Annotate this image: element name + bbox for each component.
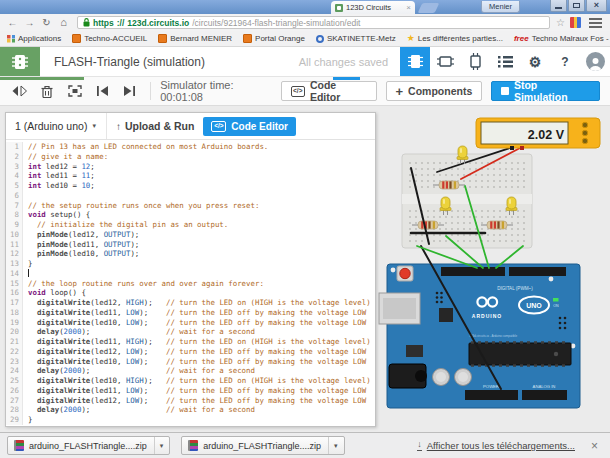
show-all-downloads-link[interactable]: ↓ Afficher tous les téléchargements... [417,440,575,451]
reload-icon[interactable]: ↻ [39,18,54,28]
downloads-bar: arduino_FLASHTriangle....zip ▾ arduino_F… [0,432,610,458]
circuit-canvas[interactable]: DIGITAL (PWM~) ARDUINO UNO ON [377,106,610,432]
schematic-icon [437,54,454,69]
browser-menu-icon[interactable] [589,18,602,28]
star-site-icon: ★ [407,34,415,43]
bookmark-techno-accueil[interactable]: Techno-ACCUEIL [72,34,147,43]
tab-close-icon[interactable]: × [406,4,411,12]
download-item-2[interactable]: arduino_FLASHTriangle....zip ▾ [181,436,344,455]
upload-and-run-button[interactable]: ↑ Upload & Run [116,120,194,132]
plus-icon: + [396,85,404,98]
bookmark-techno-malraux[interactable]: freeTechno Malraux Fos - ... [514,34,610,43]
home-icon[interactable]: ⌂ [56,17,71,28]
voltage-regulator [406,345,423,357]
apps-grid-icon [7,35,15,43]
orange-site-icon [243,34,252,43]
download-icon: ↓ [417,440,422,451]
chevron-down-icon: ▾ [92,122,96,130]
schematic-view-button[interactable] [430,47,460,76]
back-icon[interactable]: ← [5,18,20,28]
url-separator: :// [117,18,125,28]
download-item-1[interactable]: arduino_FLASHTriangle....zip ▾ [7,436,170,455]
arduino-uno-board[interactable]: DIGITAL (PWM~) ARDUINO UNO ON [379,264,580,408]
breadboard-view-button[interactable] [400,47,430,76]
redo-button[interactable] [118,80,141,102]
on-led [553,298,559,302]
url-scheme: https [93,18,114,28]
undo-button[interactable] [90,80,113,102]
maximize-button[interactable] [568,0,585,12]
close-button[interactable]: × [586,0,607,12]
breadboard-icon [408,53,423,70]
browser-window: 123D Circuits × Menier × ← → ↻ ⌂ https:/… [0,0,610,458]
delete-button[interactable] [35,80,58,102]
bookmark-les-differentes-parties[interactable]: ★Les différentes parties... [407,34,503,43]
profile-button[interactable]: Menier [481,1,520,13]
multimeter-reading: 2.02 V [528,128,565,142]
account-button[interactable] [580,47,610,76]
digital-header-right[interactable] [509,267,566,276]
board-selector[interactable]: 1 (Arduino uno) ▾ [15,113,107,139]
download-menu-icon[interactable]: ▾ [328,437,338,454]
on-label: ON [553,304,559,308]
board-note: 123d.circuits.io - Arduino compatible [469,334,518,338]
analog-label: ANALOG IN [533,384,556,389]
code-editor-panel: 1 (Arduino uno) ▾ ↑ Upload & Run </> Cod… [5,112,376,427]
minimize-icon [555,7,562,9]
forward-icon[interactable]: → [22,18,37,28]
code-lines[interactable]: 1// Pin 13 has an LED connected on most … [6,140,375,426]
stop-simulation-button[interactable]: Stop Simulation [491,81,600,101]
analog-header[interactable] [522,390,567,400]
code-panel-header: 1 (Arduino uno) ▾ ↑ Upload & Run </> Cod… [6,113,375,140]
code-editor-toggle-button[interactable]: </> Code Editor [281,81,377,101]
url-host: 123d.circuits.io [127,18,189,28]
workspace: 1 (Arduino uno) ▾ ↑ Upload & Run </> Cod… [0,106,610,432]
browser-tab[interactable]: 123D Circuits × [331,1,415,14]
downloads-bar-close-icon[interactable]: × [591,440,598,452]
pcb-icon [468,53,483,70]
multimeter-dial-3[interactable] [582,138,587,143]
multimeter-dial-1[interactable] [582,122,587,127]
orange-site-icon [72,34,81,43]
flip-button[interactable] [8,80,31,102]
help-button[interactable]: ? [550,47,580,76]
redo-icon [123,85,136,97]
new-tab-button[interactable] [418,3,440,13]
minimize-button[interactable] [550,0,567,12]
circuits-logo[interactable] [0,47,40,76]
flip-icon [12,85,27,97]
reset-button[interactable] [400,268,410,278]
bookmark-bernard-menier[interactable]: Bernard MENIER [158,34,232,43]
pcb-view-button[interactable] [460,47,490,76]
power-label: POWER [483,384,499,389]
settings-button[interactable]: ⚙ [520,47,550,76]
address-bar: ← → ↻ ⌂ https://123d.circuits.io/circuit… [0,14,610,31]
bookmark-skatinette[interactable]: SKATINETTE-Metz [316,34,396,43]
tab-favicon [335,4,343,12]
code-icon: </> [211,121,226,132]
usb-port-inner [383,298,416,319]
zip-file-icon [188,440,198,451]
toolbar-divider [150,82,151,100]
bookmark-applications[interactable]: Applications [7,34,61,43]
components-list-button[interactable] [490,47,520,76]
bookmark-star-icon[interactable]: ☆ [556,18,565,28]
extension-icon[interactable] [570,17,581,28]
zoom-to-fit-button[interactable] [63,80,86,102]
trash-icon [41,85,53,98]
help-icon: ? [561,55,568,69]
download-menu-icon[interactable]: ▾ [154,437,164,454]
close-icon: × [594,1,599,10]
bookmark-portal-orange[interactable]: Portal Orange [243,34,305,43]
autosave-status: All changes saved [299,56,400,68]
components-button[interactable]: + Components [386,81,483,101]
url-input[interactable]: https://123d.circuits.io/circuits/921964… [77,16,550,29]
stop-icon [501,87,509,95]
tab-title: 123D Circuits [346,3,403,12]
power-header[interactable] [465,390,518,400]
multimeter[interactable]: 2.02 V [476,118,600,150]
uno-label: UNO [526,302,542,309]
multimeter-dial-2[interactable] [582,130,587,135]
code-editor-tab-button[interactable]: </> Code Editor [203,117,296,136]
usb-interface-chip [439,308,453,322]
